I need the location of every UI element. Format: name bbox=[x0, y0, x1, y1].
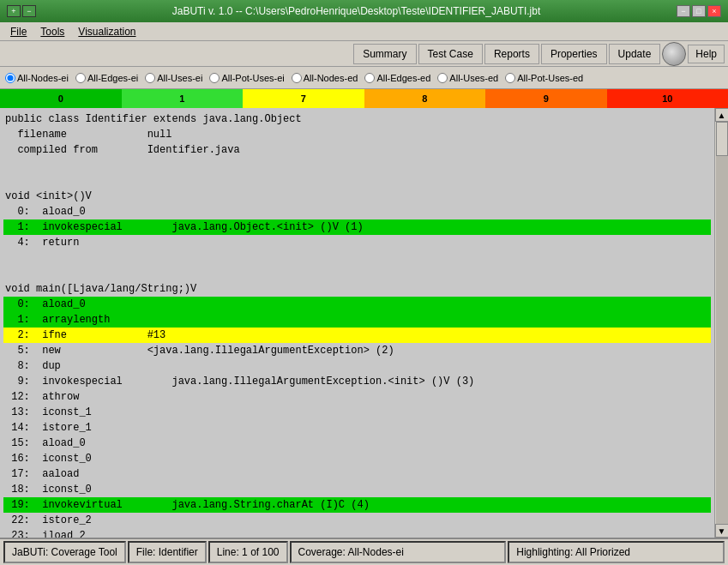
titlebar: + − JaBUTi v. 1.0 -- C:\Users\PedroHenri… bbox=[0, 0, 728, 22]
code-line-23: 16: iconst_0 bbox=[3, 451, 711, 466]
code-line-22: 15: aload_0 bbox=[3, 436, 711, 451]
radio-all-nodes-ed[interactable]: All-Nodes-ed bbox=[292, 73, 358, 83]
radio-all-pot-uses-ei[interactable]: All-Pot-Uses-ei bbox=[209, 73, 284, 83]
code-line-12: void main([Ljava/lang/String;)V bbox=[3, 281, 711, 297]
code-line-4 bbox=[3, 158, 711, 173]
code-line-7: 0: aload_0 bbox=[3, 204, 711, 219]
status-highlighting: Highlighting: All Priorized bbox=[508, 541, 725, 563]
code-line-3: compiled from Identifier.java bbox=[3, 142, 711, 158]
radio-options-row: All-Nodes-ei All-Edges-ei All-Uses-ei Al… bbox=[0, 67, 728, 89]
window-title: JaBUTi v. 1.0 -- C:\Users\PedroHenrique\… bbox=[36, 5, 677, 17]
code-line-27: 22: istore_2 bbox=[3, 513, 711, 528]
status-coverage: Coverage: All-Nodes-ei bbox=[290, 541, 507, 563]
code-line-10 bbox=[3, 250, 711, 266]
scroll-down-button[interactable]: ▼ bbox=[715, 524, 729, 538]
legend-7: 7 bbox=[243, 89, 364, 108]
test-case-button[interactable]: Test Case bbox=[418, 44, 483, 64]
legend-1: 1 bbox=[122, 89, 244, 108]
code-line-26: 19: invokevirtual java.lang.String.charA… bbox=[3, 497, 711, 513]
code-line-14: 1: arraylength bbox=[3, 312, 711, 328]
menubar: File Tools Visualization bbox=[0, 22, 728, 41]
radio-all-edges-ed[interactable]: All-Edges-ed bbox=[364, 73, 430, 83]
menu-visualization[interactable]: Visualization bbox=[71, 24, 142, 39]
status-tool: JaBUTi: Coverage Tool bbox=[3, 541, 126, 563]
close-button[interactable]: × bbox=[707, 5, 721, 17]
code-line-2: filename null bbox=[3, 127, 711, 142]
code-line-24: 17: aaload bbox=[3, 466, 711, 482]
main-area: public class Identifier extends java.lan… bbox=[0, 108, 728, 538]
radio-all-uses-ei[interactable]: All-Uses-ei bbox=[145, 73, 202, 83]
maximize-button[interactable]: □ bbox=[692, 5, 706, 17]
titlebar-left-controls: + − bbox=[7, 5, 36, 17]
code-line-8: 1: invokespecial java.lang.Object.<init>… bbox=[3, 219, 711, 235]
zoom-in-button[interactable]: + bbox=[7, 5, 21, 17]
status-file: File: Identifier bbox=[128, 541, 207, 563]
legend-10: 10 bbox=[607, 89, 729, 108]
menu-tools[interactable]: Tools bbox=[33, 24, 71, 39]
code-line-18: 9: invokespecial java.lang.IllegalArgume… bbox=[3, 374, 711, 389]
code-line-9: 4: return bbox=[3, 235, 711, 250]
statusbar: JaBUTi: Coverage Tool File: Identifier L… bbox=[0, 538, 728, 565]
window-controls: − □ × bbox=[677, 5, 721, 17]
help-button[interactable]: Help bbox=[688, 45, 725, 63]
radio-all-edges-ei[interactable]: All-Edges-ei bbox=[75, 73, 138, 83]
toolbar: Summary Test Case Reports Properties Upd… bbox=[0, 41, 728, 67]
scroll-track[interactable] bbox=[716, 122, 728, 524]
code-line-16: 5: new <java.lang.IllegalArgumentExcepti… bbox=[3, 343, 711, 358]
code-line-13: 0: aload_0 bbox=[3, 297, 711, 312]
toolbar-circle-icon[interactable] bbox=[662, 42, 686, 66]
properties-button[interactable]: Properties bbox=[541, 44, 607, 64]
code-line-25: 18: iconst_0 bbox=[3, 482, 711, 497]
scrollbar[interactable]: ▲ ▼ bbox=[714, 108, 728, 538]
code-line-5 bbox=[3, 173, 711, 189]
scroll-thumb[interactable] bbox=[716, 122, 728, 156]
zoom-out-button[interactable]: − bbox=[22, 5, 36, 17]
code-line-21: 14: istore_1 bbox=[3, 420, 711, 436]
legend-0: 0 bbox=[0, 89, 122, 108]
code-line-6: void <init>()V bbox=[3, 189, 711, 204]
code-line-17: 8: dup bbox=[3, 358, 711, 374]
update-button[interactable]: Update bbox=[609, 44, 661, 64]
radio-all-uses-ed[interactable]: All-Uses-ed bbox=[437, 73, 498, 83]
reports-button[interactable]: Reports bbox=[484, 44, 539, 64]
code-line-11 bbox=[3, 266, 711, 281]
status-line: Line: 1 of 100 bbox=[208, 541, 288, 563]
minimize-button[interactable]: − bbox=[677, 5, 690, 17]
code-panel[interactable]: public class Identifier extends java.lan… bbox=[0, 108, 714, 538]
code-line-19: 12: athrow bbox=[3, 389, 711, 405]
code-line-28: 23: iload_2 bbox=[3, 528, 711, 538]
radio-all-pot-uses-ed[interactable]: All-Pot-Uses-ed bbox=[505, 73, 583, 83]
legend-8: 8 bbox=[364, 89, 486, 108]
summary-button[interactable]: Summary bbox=[353, 44, 416, 64]
code-line-20: 13: iconst_1 bbox=[3, 405, 711, 420]
code-line-15: 2: ifne #13 bbox=[3, 328, 711, 343]
scroll-up-button[interactable]: ▲ bbox=[715, 108, 729, 122]
legend-bar: 0 1 7 8 9 10 bbox=[0, 89, 728, 108]
code-line-1: public class Identifier extends java.lan… bbox=[3, 111, 711, 127]
legend-9: 9 bbox=[485, 89, 607, 108]
menu-file[interactable]: File bbox=[3, 24, 33, 39]
radio-all-nodes-ei[interactable]: All-Nodes-ei bbox=[5, 73, 69, 83]
